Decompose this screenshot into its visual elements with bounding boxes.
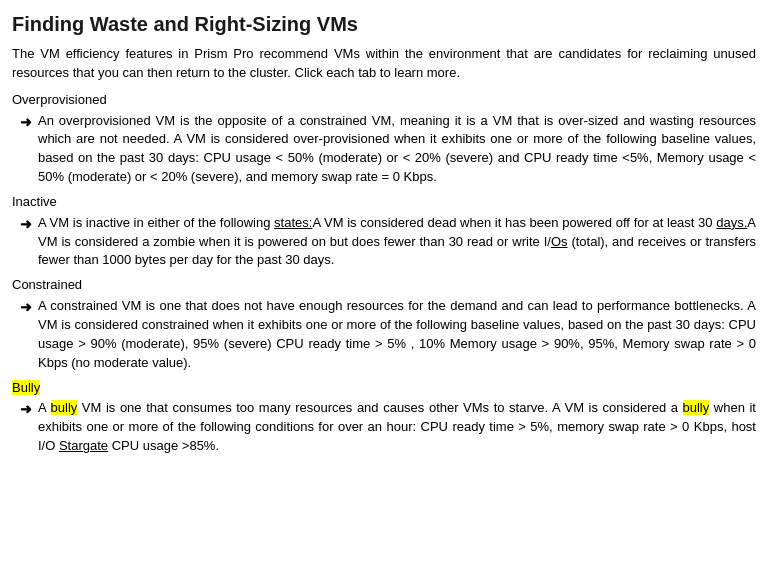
bullet-item-3-0: ➜A bully VM is one that consumes too man… bbox=[20, 399, 756, 456]
bullet-text-0-0: An overprovisioned VM is the opposite of… bbox=[38, 112, 756, 187]
intro-paragraph: The VM efficiency features in Prism Pro … bbox=[12, 45, 756, 83]
page-title: Finding Waste and Right-Sizing VMs bbox=[12, 10, 756, 39]
bullet-item-1-0: ➜A VM is inactive in either of the follo… bbox=[20, 214, 756, 271]
bullet-item-2-0: ➜A constrained VM is one that does not h… bbox=[20, 297, 756, 372]
arrow-icon-2-0: ➜ bbox=[20, 297, 32, 317]
arrow-icon-0-0: ➜ bbox=[20, 112, 32, 132]
section-heading-wrapper-1: Inactive bbox=[12, 193, 756, 212]
section-heading-3: Bully bbox=[12, 380, 40, 395]
bullet-text-1-0: A VM is inactive in either of the follow… bbox=[38, 214, 756, 271]
bullet-item-0-0: ➜An overprovisioned VM is the opposite o… bbox=[20, 112, 756, 187]
arrow-icon-3-0: ➜ bbox=[20, 399, 32, 419]
bullet-text-2-0: A constrained VM is one that does not ha… bbox=[38, 297, 756, 372]
section-heading-wrapper-2: Constrained bbox=[12, 276, 756, 295]
bullet-text-3-0: A bully VM is one that consumes too many… bbox=[38, 399, 756, 456]
sections-container: Overprovisioned➜An overprovisioned VM is… bbox=[12, 91, 756, 456]
section-heading-2: Constrained bbox=[12, 276, 756, 295]
section-heading-1: Inactive bbox=[12, 193, 756, 212]
section-heading-wrapper-0: Overprovisioned bbox=[12, 91, 756, 110]
arrow-icon-1-0: ➜ bbox=[20, 214, 32, 234]
section-heading-wrapper-3: Bully bbox=[12, 379, 756, 398]
section-heading-0: Overprovisioned bbox=[12, 91, 756, 110]
